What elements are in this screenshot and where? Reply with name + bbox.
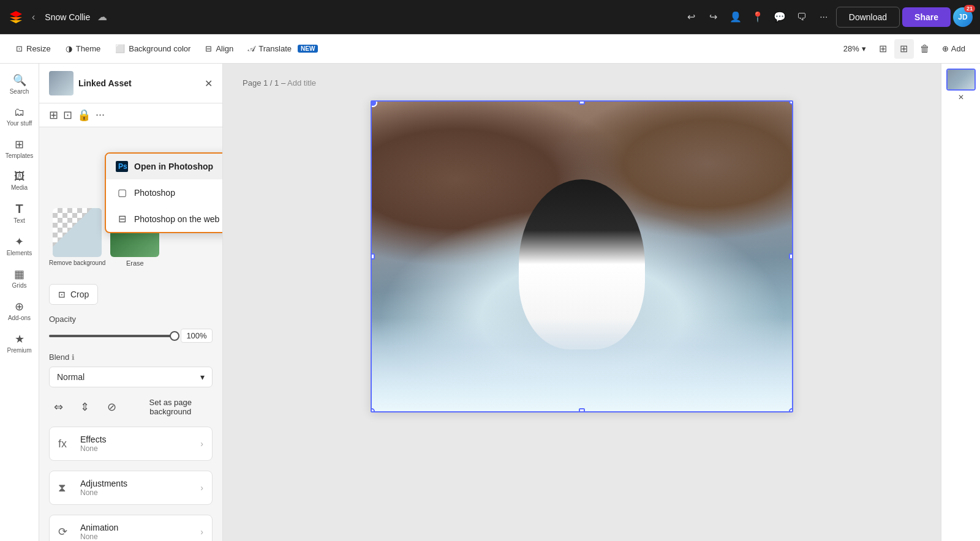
- comment-icon-button[interactable]: 💬: [770, 7, 790, 27]
- adjustments-title: Adjustments: [80, 479, 200, 488]
- lock-icon[interactable]: 🔒: [77, 108, 91, 122]
- sidebar-item-grids[interactable]: ▦ Grids: [2, 263, 37, 294]
- photoshop-item[interactable]: ▢ Photoshop: [106, 179, 223, 206]
- text-icon: T: [15, 202, 23, 216]
- remove-bg-wrapper: Remove background: [49, 208, 105, 267]
- photoshop-desktop-icon: ▢: [116, 187, 128, 198]
- sidebar-media-label: Media: [11, 184, 28, 191]
- elements-icon: ✦: [15, 235, 24, 248]
- undo-button[interactable]: ↩: [682, 7, 701, 27]
- sidebar-item-elements[interactable]: ✦ Elements: [2, 230, 37, 261]
- adjustments-icon: ⧗: [58, 482, 75, 494]
- adjustments-row[interactable]: ⧗ Adjustments None ›: [49, 471, 213, 505]
- page-label: Page 1 / 1 – Add title: [243, 78, 316, 88]
- share-button[interactable]: Share: [902, 7, 951, 27]
- search-icon: 🔍: [13, 73, 26, 87]
- sidebar-item-media[interactable]: 🖼 Media: [2, 165, 37, 196]
- grid-view-button[interactable]: ⊞: [873, 39, 893, 59]
- set-as-page-bg-button[interactable]: Set as page background: [129, 398, 213, 416]
- sidebar-grids-label: Grids: [12, 282, 27, 289]
- templates-icon: ⊞: [15, 138, 24, 151]
- sidebar-item-premium[interactable]: ★ Premium: [2, 327, 37, 359]
- photoshop-web-icon: ⊟: [116, 213, 128, 225]
- chat-icon-button[interactable]: 🗨: [792, 7, 812, 27]
- right-panel: ✕: [941, 64, 980, 541]
- zoom-level: 28%: [843, 44, 859, 53]
- sidebar-item-search[interactable]: 🔍 Search: [2, 69, 37, 100]
- handle-middle-left[interactable]: [371, 253, 375, 259]
- panel-title: Linked Asset: [78, 78, 200, 88]
- sidebar-item-add-ons[interactable]: ⊕ Add-ons: [2, 295, 37, 326]
- delete-button[interactable]: 🗑: [915, 39, 935, 59]
- align-label: Align: [216, 44, 233, 53]
- opacity-section: Opacity 100%: [49, 315, 213, 343]
- grid-settings-button[interactable]: ⊞: [894, 39, 914, 59]
- redo-button[interactable]: ↪: [704, 7, 723, 27]
- bg-color-icon: ⬜: [115, 44, 125, 53]
- location-icon-button[interactable]: 📍: [748, 7, 767, 27]
- resize-icon: ⊡: [16, 44, 23, 53]
- back-button[interactable]: ‹: [29, 9, 37, 25]
- theme-button[interactable]: ◑ Theme: [59, 40, 107, 57]
- handle-bottom-left[interactable]: [371, 408, 375, 412]
- translate-label: Translate: [258, 44, 292, 53]
- snow-overlay: [372, 318, 792, 411]
- photoshop-web-item[interactable]: ⊟ Photoshop on the web: [106, 206, 223, 232]
- translate-button[interactable]: 𝒜 Translate NEW: [242, 40, 324, 58]
- sidebar-addons-label: Add-ons: [8, 315, 31, 321]
- sidebar-premium-label: Premium: [7, 347, 31, 354]
- align-button[interactable]: ⊟ Align: [199, 40, 239, 57]
- page-thumbnail[interactable]: [946, 69, 976, 91]
- zoom-control[interactable]: 28% ▾: [839, 42, 871, 56]
- bg-color-label: Background color: [129, 44, 190, 53]
- topbar-actions: ↩ ↪ 👤 📍 💬 🗨 ··· Download Share JD 21: [682, 7, 973, 28]
- cloud-icon: ☁: [97, 11, 107, 23]
- remove-background-thumb[interactable]: [53, 208, 102, 257]
- crop-button[interactable]: ⊡ Crop: [49, 284, 98, 305]
- blend-label: Blend: [49, 353, 69, 362]
- close-panel-button[interactable]: ✕: [958, 93, 964, 102]
- opacity-value[interactable]: 100%: [181, 329, 213, 343]
- panel-header: Linked Asset ✕: [39, 64, 222, 103]
- handle-top-center[interactable]: [579, 100, 585, 105]
- add-label: Add: [951, 44, 965, 53]
- crop-mask-button[interactable]: ⊘: [102, 397, 121, 417]
- duplicate-icon[interactable]: ⊡: [63, 108, 72, 122]
- open-in-photoshop-item[interactable]: Ps Open in Photoshop: [106, 154, 223, 179]
- linked-asset-icon[interactable]: ⊞: [49, 108, 58, 122]
- sidebar-item-templates[interactable]: ⊞ Templates: [2, 133, 37, 164]
- handle-bottom-right[interactable]: [789, 408, 793, 412]
- add-button[interactable]: ⊕ Add: [937, 40, 970, 57]
- panel-close-button[interactable]: ✕: [205, 78, 213, 89]
- background-color-button[interactable]: ⬜ Background color: [109, 40, 197, 57]
- effects-row[interactable]: fx Effects None ›: [49, 427, 213, 461]
- selected-image[interactable]: [371, 100, 793, 412]
- adjustments-sub: None: [80, 488, 200, 497]
- handle-middle-right[interactable]: [789, 253, 793, 259]
- flip-h-button[interactable]: ⇔: [49, 397, 68, 417]
- more-options-button[interactable]: ···: [814, 7, 834, 27]
- sidebar-item-your-stuff[interactable]: 🗂 Your stuff: [2, 101, 37, 132]
- handle-bottom-center[interactable]: [579, 408, 585, 412]
- animation-row[interactable]: ⟳ Animation None ›: [49, 515, 213, 541]
- align-icon: ⊟: [205, 44, 212, 53]
- opacity-label: Opacity: [49, 315, 213, 324]
- blend-row: Blend ℹ: [49, 353, 213, 362]
- sidebar-item-text[interactable]: T Text: [2, 197, 37, 229]
- account-icon-button[interactable]: 👤: [726, 7, 745, 27]
- download-button[interactable]: Download: [836, 7, 900, 28]
- opacity-slider[interactable]: [49, 335, 175, 337]
- sidebar-text-label: Text: [13, 217, 24, 224]
- animation-chevron: ›: [200, 527, 203, 537]
- resize-button[interactable]: ⊡ Resize: [10, 40, 57, 57]
- page-number: Page 1 / 1: [243, 78, 279, 88]
- flip-v-button[interactable]: ⇕: [75, 397, 94, 417]
- blend-select[interactable]: Normal ▾: [49, 367, 213, 387]
- more-panel-options[interactable]: ···: [96, 108, 105, 122]
- handle-top-right[interactable]: [789, 100, 793, 105]
- adjustments-chevron: ›: [200, 483, 203, 493]
- resize-label: Resize: [26, 44, 51, 53]
- adjustments-info: Adjustments None: [80, 479, 200, 497]
- theme-label: Theme: [76, 44, 100, 53]
- add-title-link[interactable]: Add title: [287, 78, 316, 88]
